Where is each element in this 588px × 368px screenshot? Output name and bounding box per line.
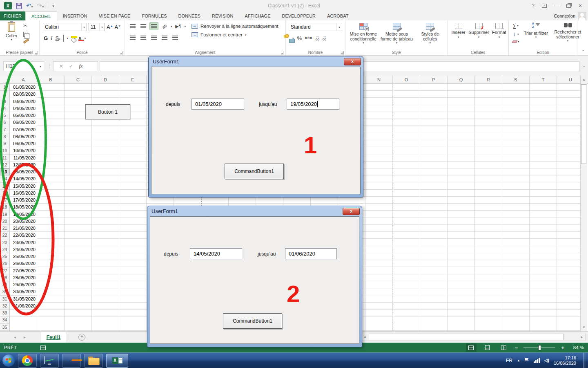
row-header-15[interactable]: 15	[0, 183, 9, 190]
scroll-down-icon[interactable]: ▼	[581, 324, 587, 331]
align-center-button[interactable]	[139, 34, 148, 42]
close-button[interactable]: ✕	[578, 3, 582, 9]
align-middle-button[interactable]	[139, 22, 148, 30]
row-header-5[interactable]: 5	[0, 112, 9, 119]
italic-button[interactable]: I	[51, 35, 52, 41]
cell-A10[interactable]: 10/05/2020	[10, 147, 37, 154]
column-header-C[interactable]: C	[65, 76, 92, 84]
paste-button[interactable]: Coller ▾	[2, 22, 20, 49]
horizontal-scrollbar[interactable]: ◄ ►	[361, 333, 586, 341]
row-header-4[interactable]: 4	[0, 105, 9, 112]
next-sheet-icon[interactable]: ▸	[24, 335, 26, 339]
tab-donnees[interactable]: DONNÉES	[173, 11, 206, 20]
row-header-25[interactable]: 25	[0, 253, 9, 260]
tab-developpeur[interactable]: DÉVELOPPEUR	[276, 11, 322, 20]
tab-revision[interactable]: RÉVISION	[206, 11, 239, 20]
column-header-S[interactable]: S	[502, 76, 530, 84]
close-button[interactable]: x	[344, 58, 361, 65]
tab-fichier[interactable]: FICHIER	[0, 11, 25, 20]
zoom-slider[interactable]	[523, 348, 555, 348]
decrease-font-button[interactable]: A▼	[115, 24, 121, 30]
align-top-button[interactable]	[128, 22, 137, 30]
tab-accueil[interactable]: ACCUEIL	[25, 11, 57, 20]
page-break-view-button[interactable]	[499, 343, 509, 352]
cell-A31[interactable]: 31/05/2020	[10, 296, 37, 303]
cell-A1[interactable]: 01/05/2020	[10, 84, 37, 91]
userform-titlebar[interactable]: UserForm1 x	[149, 56, 363, 67]
depuis-input[interactable]: 14/05/2020	[190, 248, 242, 259]
row-header-7[interactable]: 7	[0, 126, 9, 133]
cell-A13[interactable]: 13/05/2020	[10, 168, 37, 175]
horizontal-scroll-thumb[interactable]	[369, 334, 564, 340]
minimize-button[interactable]: —	[554, 3, 559, 9]
cell-A7[interactable]: 07/05/2020	[10, 126, 37, 133]
insert-function-icon[interactable]: fx	[79, 63, 82, 70]
column-header-O[interactable]: O	[393, 76, 420, 84]
row-header-32[interactable]: 32	[0, 303, 9, 310]
jusquau-input[interactable]: 01/06/2020	[285, 248, 337, 259]
zoom-slider-thumb[interactable]	[538, 345, 541, 350]
bouton1-form-control[interactable]: Bouton 1	[85, 104, 130, 119]
undo-button[interactable]: ↶▾	[26, 2, 33, 9]
cell-A32[interactable]: 01/06/2020	[10, 303, 37, 310]
row-header-2[interactable]: 2	[0, 91, 9, 98]
merge-center-button[interactable]: ↔Fusionner et centrer▾	[192, 32, 278, 37]
row-header-21[interactable]: 21	[0, 225, 9, 232]
cell-A9[interactable]: 09/05/2020	[10, 140, 37, 147]
tab-formules[interactable]: FORMULES	[136, 11, 172, 20]
cancel-icon[interactable]: ✕	[59, 63, 63, 69]
row-header-10[interactable]: 10	[0, 147, 9, 154]
formula-bar-grip[interactable]: ⋮	[47, 63, 52, 68]
column-header-R[interactable]: R	[475, 76, 502, 84]
row-header-12[interactable]: 12	[0, 162, 9, 168]
row-header-29[interactable]: 29	[0, 281, 9, 288]
row-header-26[interactable]: 26	[0, 260, 9, 267]
cell-A24[interactable]: 24/05/2020	[10, 246, 37, 253]
align-right-button[interactable]	[149, 34, 158, 42]
dialog-launcher-icon[interactable]	[35, 51, 38, 54]
ribbon-options-icon[interactable]: ˄	[542, 4, 547, 8]
row-header-19[interactable]: 19	[0, 211, 9, 218]
copy-button[interactable]: ▾	[22, 31, 31, 38]
commandbutton1[interactable]: CommandButton1	[223, 313, 282, 329]
taskbar-explorer-button[interactable]	[84, 354, 103, 368]
row-header-17[interactable]: 17	[0, 197, 9, 204]
cell-A20[interactable]: 20/05/2020	[10, 218, 37, 225]
close-button[interactable]: x	[343, 208, 360, 215]
row-header-23[interactable]: 23	[0, 239, 9, 246]
row-header-16[interactable]: 16	[0, 190, 9, 197]
action-center-flag-icon[interactable]	[525, 358, 529, 363]
new-sheet-button[interactable]: +	[78, 334, 85, 341]
row-header-34[interactable]: 34	[0, 316, 9, 323]
row-header-24[interactable]: 24	[0, 246, 9, 253]
userform-titlebar[interactable]: UserForm1 x	[147, 206, 362, 216]
cell-A14[interactable]: 14/05/2020	[10, 175, 37, 182]
align-left-button[interactable]	[128, 34, 137, 42]
fill-button[interactable]: ⭳▾	[511, 31, 521, 37]
row-header-18[interactable]: 18	[0, 204, 9, 211]
borders-button[interactable]	[63, 35, 64, 41]
wrap-text-button[interactable]: ↩Renvoyer à la ligne automatiquement	[192, 24, 278, 29]
cell-A12[interactable]: 12/05/2020	[10, 162, 37, 168]
cell-A2[interactable]: 02/05/2020	[10, 91, 37, 98]
commandbutton1[interactable]: CommandButton1	[225, 164, 284, 179]
show-desktop-button[interactable]	[583, 353, 586, 368]
dialog-launcher-icon[interactable]	[120, 51, 123, 54]
row-header-3[interactable]: 3	[0, 98, 9, 105]
row-header-6[interactable]: 6	[0, 119, 9, 126]
taskbar-clock[interactable]: 17:16 16/06/2020	[554, 355, 579, 366]
language-indicator[interactable]: FR	[506, 358, 512, 364]
decrease-indent-button[interactable]	[160, 34, 169, 42]
zoom-percentage[interactable]: 84 %	[570, 345, 584, 350]
name-box[interactable]: H13 ▾	[3, 61, 44, 71]
start-button[interactable]	[2, 355, 15, 367]
column-header-N[interactable]: N	[365, 76, 393, 84]
row-header-1[interactable]: 1	[0, 84, 9, 91]
cell-A4[interactable]: 04/05/2020	[10, 105, 37, 112]
increase-decimal-button[interactable]: ←00	[316, 35, 319, 41]
font-name-combo[interactable]: Calibri ▾	[43, 23, 87, 31]
cut-button[interactable]: ✂	[22, 22, 31, 29]
cell-A11[interactable]: 11/05/2020	[10, 155, 37, 162]
row-header-8[interactable]: 8	[0, 133, 9, 140]
scroll-right-icon[interactable]: ►	[579, 335, 585, 339]
